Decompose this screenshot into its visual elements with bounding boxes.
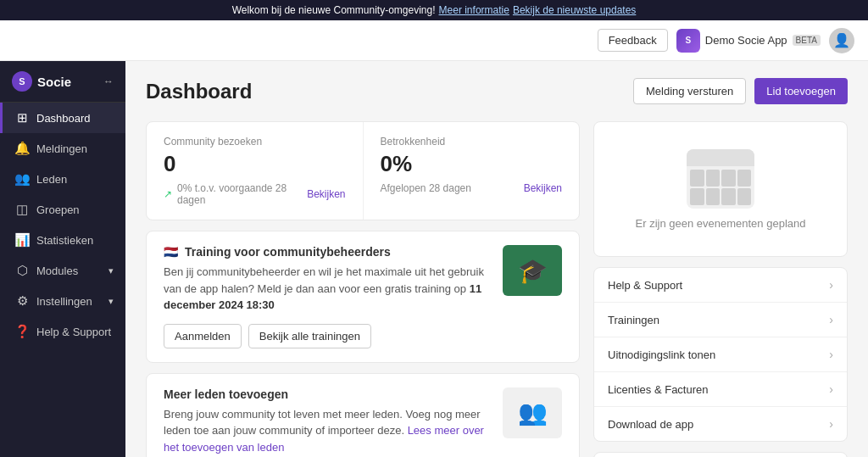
sidebar-item-meldingen[interactable]: 🔔 Meldingen — [0, 133, 125, 164]
community-value: 0 — [164, 151, 346, 177]
sidebar-label-meldingen: Meldingen — [36, 142, 87, 155]
community-label: Community bezoeken — [164, 136, 346, 148]
betrokkenheid-value: 0% — [381, 151, 563, 177]
bekijk-trainingen-button[interactable]: Bekijk alle trainingen — [248, 324, 371, 348]
community-bekijken[interactable]: Bekijken — [307, 188, 345, 200]
demo-badge: S Demo Socie App BETA — [676, 29, 821, 53]
chevron-down-icon: ▾ — [108, 265, 114, 276]
right-panel: Er zijn geen evenementen gepland Help & … — [593, 121, 848, 457]
help-icon: ❓ — [14, 324, 30, 339]
chevron-right-icon: › — [829, 278, 833, 292]
app-icon: S — [676, 29, 700, 53]
statistieken-icon: 📊 — [14, 232, 30, 248]
link-download-app[interactable]: Download de app › — [594, 407, 847, 441]
stat-betrokkenheid: Betrokkenheid 0% Afgelopen 28 dagen Beki… — [364, 122, 580, 220]
members-info: Meer leden toevoegen Breng jouw communit… — [164, 387, 489, 458]
modules-icon: ⬡ — [14, 263, 30, 278]
chevron-down-icon-2: ▾ — [108, 296, 114, 307]
demo-label: Demo Socie App — [705, 34, 787, 47]
page-actions: Melding versturen Lid toevoegen — [633, 78, 848, 104]
dashboard-icon: ⊞ — [14, 110, 30, 125]
training-card: 🇳🇱 Training voor communitybeheerders Ben… — [146, 231, 580, 363]
members-desc: Breng jouw community tot leven met meer … — [164, 406, 489, 456]
sidebar-label-instellingen: Instellingen — [36, 295, 92, 308]
betrokkenheid-footer: Afgelopen 28 dagen Bekijken — [381, 182, 563, 194]
content-grid: Community bezoeken 0 ↗ 0% t.o.v. voorgaa… — [146, 121, 848, 457]
trend-icon: ↗ — [164, 188, 172, 200]
events-empty-text: Er zijn geen evenementen gepland — [636, 217, 806, 230]
aanmelden-button[interactable]: Aanmelden — [164, 324, 242, 348]
chevron-right-icon-5: › — [829, 417, 833, 431]
sidebar-logo: S Socie ↔ — [0, 61, 125, 103]
members-title: Meer leden toevoegen — [164, 387, 489, 401]
topbar-message: Welkom bij de nieuwe Community-omgeving! — [232, 4, 436, 16]
link-help-support[interactable]: Help & Support › — [594, 268, 847, 303]
sidebar-label-help: Help & Support — [36, 326, 111, 338]
social-linkedin[interactable]: in Volg Socie op Linkedin › — [594, 453, 847, 457]
calendar-illustration — [687, 149, 754, 209]
sidebar-item-help[interactable]: ❓ Help & Support — [0, 316, 125, 347]
training-actions: Aanmelden Bekijk alle trainingen — [164, 324, 489, 348]
social-card: in Volg Socie op Linkedin › ◉ Volg Socie… — [593, 452, 848, 457]
training-desc: Ben jij communitybeheerder en wil je het… — [164, 264, 489, 314]
betrokkenheid-bekijken[interactable]: Bekijken — [524, 182, 562, 194]
training-title-text: Training voor communitybeheerders — [185, 245, 391, 259]
training-info: 🇳🇱 Training voor communitybeheerders Ben… — [164, 245, 489, 348]
user-avatar[interactable]: 👤 — [829, 28, 854, 53]
link-uitnodigingslink[interactable]: Uitnodigingslink tonen › — [594, 337, 847, 372]
community-trend: 0% t.o.v. voorgaande 28 dagen — [177, 182, 302, 206]
stat-community: Community bezoeken 0 ↗ 0% t.o.v. voorgaa… — [147, 122, 364, 220]
main-content: Dashboard Melding versturen Lid toevoege… — [125, 61, 868, 457]
page-header: Dashboard Melding versturen Lid toevoege… — [146, 78, 848, 104]
link-trainingen[interactable]: Trainingen › — [594, 303, 847, 337]
layout: S Socie ↔ ⊞ Dashboard 🔔 Meldingen 👥 Lede… — [0, 61, 868, 457]
sidebar-label-dashboard: Dashboard — [36, 112, 91, 125]
betrokkenheid-sub: Afgelopen 28 dagen — [381, 182, 471, 194]
community-footer: ↗ 0% t.o.v. voorgaande 28 dagen Bekijken — [164, 182, 346, 206]
link-licenties[interactable]: Licenties & Facturen › — [594, 372, 847, 407]
events-card: Er zijn geen evenementen gepland — [593, 121, 848, 257]
training-flag: 🇳🇱 — [164, 245, 178, 259]
chevron-right-icon-2: › — [829, 313, 833, 326]
groepen-icon: ◫ — [14, 202, 30, 217]
topbar-link1[interactable]: Meer informatie — [439, 4, 509, 16]
beta-tag: BETA — [793, 35, 821, 46]
expand-sidebar-icon[interactable]: ↔ — [103, 75, 114, 87]
logo-icon: S — [12, 71, 32, 92]
betrokkenheid-label: Betrokkenheid — [381, 136, 563, 148]
lid-toevoegen-button[interactable]: Lid toevoegen — [754, 78, 848, 104]
sidebar-label-modules: Modules — [36, 265, 78, 277]
training-image: 🎓 — [503, 245, 562, 296]
sidebar-item-instellingen[interactable]: ⚙ Instellingen ▾ — [0, 286, 125, 316]
melding-button[interactable]: Melding versturen — [633, 78, 746, 104]
leden-icon: 👥 — [14, 171, 30, 187]
topbar-link2[interactable]: Bekijk de nieuwste updates — [513, 4, 636, 16]
logo-text: Socie — [37, 75, 71, 89]
chevron-right-icon-3: › — [829, 348, 833, 361]
top-bar: Welkom bij de nieuwe Community-omgeving!… — [0, 0, 868, 20]
stats-card: Community bezoeken 0 ↗ 0% t.o.v. voorgaa… — [146, 121, 580, 220]
chevron-right-icon-4: › — [829, 382, 833, 396]
members-image: 👥 — [503, 387, 562, 438]
sidebar-item-groepen[interactable]: ◫ Groepen — [0, 194, 125, 225]
sidebar: S Socie ↔ ⊞ Dashboard 🔔 Meldingen 👥 Lede… — [0, 61, 125, 457]
sidebar-item-dashboard[interactable]: ⊞ Dashboard — [0, 103, 125, 133]
sidebar-item-modules[interactable]: ⬡ Modules ▾ — [0, 255, 125, 286]
page-title: Dashboard — [146, 80, 252, 103]
instellingen-icon: ⚙ — [14, 293, 30, 309]
sidebar-item-leden[interactable]: 👥 Leden — [0, 164, 125, 194]
header: Feedback S Demo Socie App BETA 👤 — [0, 20, 868, 61]
feedback-button[interactable]: Feedback — [598, 29, 668, 52]
sidebar-label-groepen: Groepen — [36, 203, 80, 216]
left-column: Community bezoeken 0 ↗ 0% t.o.v. voorgaa… — [146, 121, 580, 457]
links-card: Help & Support › Trainingen › Uitnodigin… — [593, 267, 848, 442]
sidebar-item-statistieken[interactable]: 📊 Statistieken — [0, 225, 125, 255]
sidebar-label-statistieken: Statistieken — [36, 234, 93, 247]
sidebar-label-leden: Leden — [36, 173, 67, 186]
training-title: 🇳🇱 Training voor communitybeheerders — [164, 245, 489, 259]
members-card: Meer leden toevoegen Breng jouw communit… — [146, 373, 580, 458]
meldingen-icon: 🔔 — [14, 141, 30, 156]
